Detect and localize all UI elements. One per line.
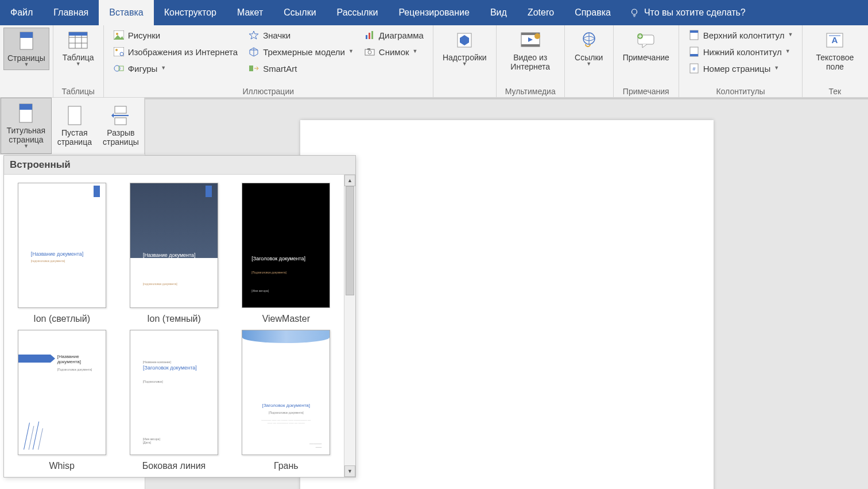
group-illustrations: Рисунки Изображения из Интернета Фигуры … — [104, 25, 433, 97]
chart-button[interactable]: Диаграмма — [361, 28, 427, 43]
smartart-button[interactable]: SmartArt — [245, 61, 357, 76]
pages-button[interactable]: Страницы ▼ — [3, 28, 49, 70]
svg-rect-38 — [690, 54, 698, 56]
group-media: Видео из Интернета Мультимедиа — [497, 25, 565, 97]
textbox-icon: A — [824, 30, 845, 51]
menu-mailings[interactable]: Рассылки — [327, 0, 389, 25]
group-comments: Примечание Примечания — [614, 25, 679, 97]
chevron-down-icon: ▼ — [161, 65, 166, 71]
svg-rect-8 — [69, 32, 87, 36]
textbox-button[interactable]: A Текстовое поле — [808, 28, 861, 74]
group-tables: Таблица ▼ Таблицы — [53, 25, 104, 97]
svg-rect-19 — [369, 33, 370, 39]
svg-rect-2 — [20, 32, 33, 38]
svg-rect-17 — [249, 66, 253, 71]
chevron-down-icon: ▼ — [76, 61, 81, 67]
svg-text:A: A — [832, 35, 838, 45]
cube-icon — [248, 46, 259, 57]
chevron-down-icon: ▼ — [788, 32, 793, 37]
links-button[interactable]: Ссылки ▼ — [571, 28, 607, 69]
page-icon — [16, 30, 37, 51]
shapes-icon — [113, 63, 125, 74]
chevron-down-icon: ▼ — [785, 48, 790, 54]
svg-rect-36 — [690, 30, 698, 33]
comment-icon — [636, 30, 656, 51]
chevron-down-icon: ▼ — [24, 61, 29, 67]
lightbulb-icon — [629, 7, 640, 18]
chevron-down-icon: ▼ — [586, 61, 591, 67]
page-number-icon: # — [688, 63, 700, 74]
group-addins: Надстройки ▼ — [433, 25, 497, 97]
chevron-down-icon: ▼ — [462, 61, 467, 67]
svg-text:#: # — [692, 66, 695, 72]
icons-button[interactable]: Значки — [245, 28, 357, 43]
svg-rect-11 — [114, 47, 124, 56]
svg-point-0 — [631, 9, 637, 14]
comment-button[interactable]: Примечание — [619, 28, 673, 64]
menubar: Файл Главная Вставка Конструктор Макет С… — [0, 0, 868, 25]
video-icon — [520, 30, 541, 51]
smartart-icon — [248, 63, 259, 74]
chevron-down-icon: ▼ — [774, 65, 779, 71]
header-icon — [688, 29, 700, 41]
ribbon: Страницы ▼ Таблица ▼ Таблицы Рисунки — [0, 25, 868, 98]
tell-me-search[interactable]: Что вы хотите сделать? — [621, 0, 754, 25]
svg-rect-20 — [371, 31, 373, 39]
link-icon — [579, 30, 599, 51]
picture-icon — [113, 29, 125, 41]
camera-icon — [364, 46, 375, 57]
svg-rect-23 — [367, 48, 370, 50]
group-links: Ссылки ▼ — [565, 25, 614, 97]
addin-icon — [454, 30, 475, 51]
3d-models-button[interactable]: Трехмерные модели ▼ — [245, 44, 357, 59]
chevron-down-icon: ▼ — [413, 48, 418, 54]
footer-button[interactable]: Нижний колонтитул ▼ — [685, 44, 797, 59]
menu-layout[interactable]: Макет — [227, 0, 273, 25]
addins-button[interactable]: Надстройки ▼ — [439, 28, 490, 69]
table-icon — [68, 30, 88, 51]
table-button[interactable]: Таблица ▼ — [59, 28, 98, 69]
group-text: A Текстовое поле Тек — [803, 25, 867, 97]
chevron-down-icon: ▼ — [348, 48, 354, 54]
menu-home[interactable]: Главная — [43, 0, 99, 25]
menu-review[interactable]: Рецензирование — [388, 0, 480, 25]
svg-rect-27 — [521, 44, 540, 47]
svg-rect-18 — [366, 35, 367, 39]
menu-help[interactable]: Справка — [564, 0, 621, 25]
svg-point-10 — [116, 33, 118, 35]
footer-icon — [688, 46, 700, 57]
online-picture-icon — [113, 46, 125, 57]
tell-me-label: Что вы хотите сделать? — [644, 7, 746, 18]
screenshot-button[interactable]: Снимок ▼ — [361, 44, 427, 59]
svg-point-29 — [534, 33, 540, 39]
menu-view[interactable]: Вид — [480, 0, 517, 25]
group-pages: Страницы ▼ — [0, 25, 53, 97]
svg-marker-16 — [249, 31, 258, 39]
chart-icon — [364, 29, 375, 41]
menu-design[interactable]: Конструктор — [154, 0, 227, 25]
group-headerfooter: Верхний колонтитул ▼ Нижний колонтитул ▼… — [679, 25, 803, 97]
menu-file[interactable]: Файл — [0, 0, 43, 25]
menu-zotero[interactable]: Zotero — [517, 0, 564, 25]
menu-references[interactable]: Ссылки — [273, 0, 326, 25]
online-video-button[interactable]: Видео из Интернета — [502, 28, 559, 74]
header-button[interactable]: Верхний колонтитул ▼ — [685, 28, 797, 43]
pictures-button[interactable]: Рисунки — [110, 28, 241, 43]
icons-icon — [248, 29, 259, 41]
page-number-button[interactable]: # Номер страницы ▼ — [685, 61, 797, 76]
menu-insert[interactable]: Вставка — [99, 0, 153, 25]
svg-point-12 — [115, 49, 118, 51]
shapes-button[interactable]: Фигуры ▼ — [110, 61, 241, 76]
online-pictures-button[interactable]: Изображения из Интернета — [110, 44, 241, 59]
